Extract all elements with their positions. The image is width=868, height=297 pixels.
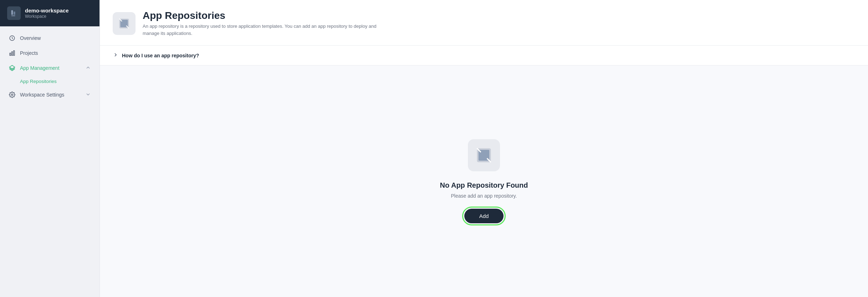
- sidebar-item-workspace-settings-label: Workspace Settings: [20, 92, 64, 98]
- gear-icon: [9, 91, 16, 98]
- workspace-label: Workspace: [25, 14, 69, 19]
- sidebar-item-workspace-settings[interactable]: Workspace Settings: [0, 87, 99, 102]
- faq-item[interactable]: How do I use an app repository?: [113, 52, 855, 59]
- chevron-up-icon: [85, 65, 91, 72]
- sidebar-item-app-management-label: App Management: [20, 65, 60, 71]
- nav-list: Overview Projects App Mana: [0, 26, 99, 297]
- svg-rect-4: [10, 53, 11, 56]
- sidebar-item-projects[interactable]: Projects: [0, 46, 99, 61]
- workspace-icon: [7, 6, 21, 20]
- empty-state-title: No App Repository Found: [440, 181, 528, 189]
- workspace-name: demo-workspace: [25, 7, 69, 14]
- faq-section: How do I use an app repository?: [100, 46, 868, 66]
- faq-label: How do I use an app repository?: [122, 53, 199, 58]
- empty-state-icon: [468, 139, 500, 171]
- empty-state: No App Repository Found Please add an ap…: [100, 66, 868, 297]
- page-header: App Repositories An app repository is a …: [100, 0, 868, 46]
- sidebar-item-overview[interactable]: Overview: [0, 31, 99, 46]
- sidebar: demo-workspace Workspace Overview: [0, 0, 100, 297]
- workspace-header[interactable]: demo-workspace Workspace: [0, 0, 99, 26]
- svg-point-8: [11, 94, 13, 96]
- svg-rect-6: [14, 51, 15, 56]
- page-description: An app repository is a repository used t…: [143, 23, 392, 37]
- sidebar-item-overview-label: Overview: [20, 35, 41, 41]
- svg-rect-0: [11, 10, 13, 15]
- add-button[interactable]: Add: [464, 209, 504, 223]
- svg-rect-1: [14, 11, 15, 15]
- sidebar-item-app-repositories-label: App Repositories: [20, 79, 57, 84]
- sidebar-item-app-repositories[interactable]: App Repositories: [0, 75, 99, 87]
- sidebar-item-projects-label: Projects: [20, 50, 38, 56]
- clock-icon: [9, 35, 16, 42]
- main-content: App Repositories An app repository is a …: [100, 0, 868, 297]
- chevron-right-icon: [113, 52, 118, 59]
- app-repositories-header-icon: [113, 12, 136, 35]
- sidebar-item-app-management[interactable]: App Management: [0, 61, 99, 75]
- chevron-down-icon: [85, 92, 91, 98]
- bar-chart-icon: [9, 50, 16, 57]
- page-header-text: App Repositories An app repository is a …: [143, 10, 392, 37]
- empty-state-description: Please add an app repository.: [451, 193, 517, 199]
- svg-rect-2: [11, 15, 15, 16]
- workspace-info: demo-workspace Workspace: [25, 7, 69, 19]
- svg-rect-5: [12, 52, 13, 56]
- layers-icon: [9, 64, 16, 72]
- page-title: App Repositories: [143, 10, 392, 21]
